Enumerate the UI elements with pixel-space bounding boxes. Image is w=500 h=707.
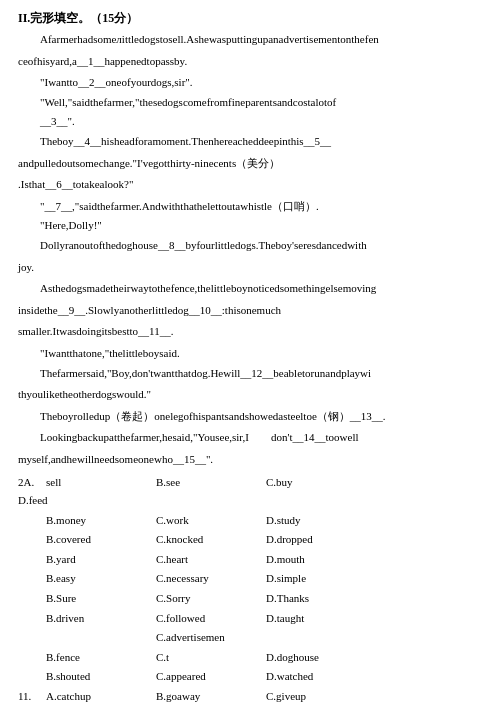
qa-row-covered: B.covered C.knocked D.dropped (18, 531, 482, 549)
passage-line-19: Theboyrolledup（卷起）onelegofhispantsandsho… (18, 408, 482, 426)
qa-opt-shouted-c: C.appeared (156, 668, 266, 686)
qa-opt-driven-c: C.followed (156, 610, 266, 628)
qa-row-shouted: B.shouted C.appeared D.watched (18, 668, 482, 686)
qa-opt-easy-d: D.simple (266, 570, 376, 588)
qa-num-covered (18, 531, 46, 549)
qa-opt-easy-b: B.easy (46, 570, 156, 588)
passage-line-12: joy. (18, 259, 482, 277)
qa-section: 2A. sell B.see C.buy D.feed B.money C.wo… (18, 474, 482, 707)
qa-num-yard (18, 551, 46, 569)
qa-num-advertisemen (18, 629, 46, 647)
section2-title: II.完形填空。（15分） (18, 10, 482, 27)
qa-opt-fence-c: C.t (156, 649, 266, 667)
qa-row-driven: B.driven C.followed D.taught (18, 610, 482, 628)
qa-opt-sure-d: D.Thanks (266, 590, 376, 608)
qa-row-yard: B.yard C.heart D.mouth (18, 551, 482, 569)
qa-opt-driven-d: D.taught (266, 610, 376, 628)
qa-opt-advertisemen-d (266, 629, 376, 647)
qa-opt-yard-c: C.heart (156, 551, 266, 569)
passage-line-16: "Iwantthatone,"thelittleboysaid. (40, 345, 482, 363)
qa-num-driven (18, 610, 46, 628)
qa-opt-easy-c: C.necessary (156, 570, 266, 588)
qa-num-fence (18, 649, 46, 667)
qa-opt-money-d: D.study (266, 512, 376, 530)
qa-row-easy: B.easy C.necessary D.simple (18, 570, 482, 588)
passage-block: Afarmerhadsomелittledogstosell.Ashewaspu… (18, 31, 482, 468)
passage-line-18: thyouliketheotherdogswould." (18, 386, 482, 404)
qa-num-11a: 11. (18, 688, 46, 706)
passage-line-8: .Isthat__6__totakealook?" (18, 176, 482, 194)
passage-line-11: Dollyranoutofthedoghouse__8__byfourlittl… (18, 237, 482, 255)
qa-opt-2a-c: C.buy (266, 474, 376, 492)
qa-opt-2a-b: B.see (156, 474, 266, 492)
passage-line-17: Thefarmersaid,"Boy,don'twantthatdog.Hewi… (18, 365, 482, 383)
qa-opt-driven-b: B.driven (46, 610, 156, 628)
qa-opt-2a-a: sell (46, 474, 156, 492)
passage-line-7: andpulledoutsomechange."I'vegotthirty-ni… (18, 155, 482, 173)
qa-opt-11a-b: B.goaway (156, 688, 266, 706)
passage-line-15: smaller.Itwasdoingitsbestto__11__. (18, 323, 482, 341)
qa-opt-2a-d: D.feed (18, 492, 128, 510)
passage-line-21: myself,andhewillneedsomeonewho__15__". (18, 451, 482, 469)
passage-line-10: "Here,Dolly!" (40, 217, 482, 235)
passage-line-5: __3__". (40, 113, 482, 131)
qa-row-advertisemen: C.advertisemen (18, 629, 482, 647)
qa-num-easy (18, 570, 46, 588)
qa-row-money: B.money C.work D.study (18, 512, 482, 530)
qa-num-2a: 2A. (18, 474, 46, 492)
qa-row-fence: B.fence C.t D.doghouse (18, 649, 482, 667)
qa-opt-money-b: B.money (46, 512, 156, 530)
qa-opt-advertisemen-b (46, 629, 156, 647)
qa-opt-fence-b: B.fence (46, 649, 156, 667)
qa-opt-yard-b: B.yard (46, 551, 156, 569)
qa-opt-shouted-b: B.shouted (46, 668, 156, 686)
qa-opt-sure-b: B.Sure (46, 590, 156, 608)
qa-row-2a: 2A. sell B.see C.buy D.feed (18, 474, 482, 509)
qa-opt-covered-b: B.covered (46, 531, 156, 549)
qa-opt-covered-c: C.knocked (156, 531, 266, 549)
qa-opt-11a-a: A.catchup (46, 688, 156, 706)
qa-num-money (18, 512, 46, 530)
qa-opt-covered-d: D.dropped (266, 531, 376, 549)
qa-opt-advertisemen-c: C.advertisemen (156, 629, 266, 647)
passage-line-1: Afarmerhadsomелittledogstosell.Ashewaspu… (18, 31, 482, 49)
qa-num-sure (18, 590, 46, 608)
qa-row-sure: B.Sure C.Sorry D.Thanks (18, 590, 482, 608)
qa-opt-11a-c: C.giveup (266, 688, 376, 706)
qa-num-shouted (18, 668, 46, 686)
passage-line-2: ceofhisyard,a__1__happenedtopassby. (18, 53, 482, 71)
qa-opt-yard-d: D.mouth (266, 551, 376, 569)
qa-opt-sure-c: C.Sorry (156, 590, 266, 608)
passage-line-14: insidethe__9__.Slowlyanotherlittledog__1… (18, 302, 482, 320)
passage-line-4: "Well,"saidthefarmer,"thesedogscomefromf… (40, 94, 482, 112)
qa-opt-fence-d: D.doghouse (266, 649, 376, 667)
qa-row-11a: 11. A.catchup B.goaway C.giveup D.lookou… (18, 688, 482, 707)
qa-opt-money-c: C.work (156, 512, 266, 530)
qa-opt-shouted-d: D.watched (266, 668, 376, 686)
passage-line-3: "Iwantto__2__oneofyourdogs,sir". (40, 74, 482, 92)
passage-line-13: Asthedogsmadetheirwaytothefence,thelittl… (18, 280, 482, 298)
passage-line-20: Lookingbackupatthefarmer,hesaid,"Yousee,… (18, 429, 482, 447)
passage-line-9: "__7__,"saidthefarmer.Andwiththatheletto… (40, 198, 482, 216)
passage-line-6: Theboy__4__hisheadforamoment.Thenhereach… (18, 133, 482, 151)
